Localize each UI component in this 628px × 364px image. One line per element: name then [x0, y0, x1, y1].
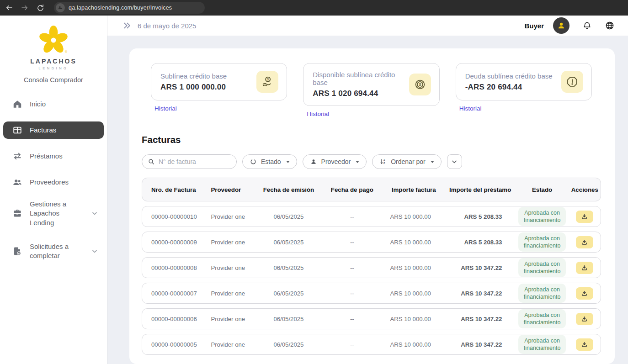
historial-link[interactable]: Historial: [154, 105, 177, 112]
sidebar-item-facturas[interactable]: Facturas: [3, 121, 104, 139]
download-button[interactable]: [576, 338, 593, 351]
col-header-prestamo: Importe del préstamo: [445, 186, 516, 193]
cell-provider: Provider one: [205, 341, 255, 348]
status-badge: Aprobada con financiamiento: [518, 207, 565, 227]
cell-status: Aprobada con financiamiento: [516, 232, 568, 252]
avatar[interactable]: [553, 17, 569, 34]
filter-proveedor-label: Proveedor: [321, 158, 351, 165]
table-row[interactable]: 00000-00000008 Provider one 06/05/2025 -…: [142, 257, 601, 278]
table-row[interactable]: 00000-00000005 Provider one 06/05/2025 -…: [142, 334, 601, 355]
reload-icon[interactable]: [36, 3, 45, 12]
forward-arrow-icon[interactable]: [20, 3, 29, 12]
col-header-emision: Fecha de emisión: [256, 186, 321, 193]
cell-loan-amount: ARS 10 347.22: [445, 290, 516, 297]
topbar: 6 de mayo de 2025 Buyer: [107, 16, 628, 36]
chevron-down-icon[interactable]: [91, 248, 98, 255]
search-input[interactable]: [159, 158, 231, 165]
globe-icon[interactable]: [604, 20, 615, 31]
invoice-search: [142, 154, 237, 169]
cell-issue-date: 06/05/2025: [256, 341, 321, 348]
back-arrow-icon[interactable]: [5, 3, 14, 12]
sidebar-item-prestamos[interactable]: Préstamos: [3, 148, 104, 165]
status-badge: Aprobada con financiamiento: [518, 284, 565, 303]
invoices-table: Nro. de Factura Proveedor Fecha de emisi…: [142, 178, 601, 355]
sidebar-item-proveedores[interactable]: Proveedores: [3, 174, 104, 191]
download-button[interactable]: [576, 262, 593, 274]
site-settings-icon[interactable]: [56, 3, 65, 12]
table-row[interactable]: 00000-00000007 Provider one 06/05/2025 -…: [142, 283, 601, 304]
download-button[interactable]: [576, 313, 593, 325]
sidebar-nav: Inicio Facturas Préstamos Proveedores: [0, 95, 107, 275]
download-button[interactable]: [576, 287, 593, 300]
cell-loan-amount: ARS 5 208.33: [445, 213, 516, 220]
current-date: 6 de mayo de 2025: [138, 22, 196, 30]
historial-link[interactable]: Historial: [307, 111, 329, 117]
card-label: Disponible sublínea crédito base: [313, 71, 409, 86]
cell-invoice-number: 00000-00000009: [142, 239, 205, 246]
status-badge: Aprobada con financiamiento: [518, 335, 565, 354]
cell-payment-date: --: [321, 316, 383, 322]
cell-invoice-amount: ARS 10 000.00: [383, 290, 445, 297]
filter-proveedor[interactable]: Proveedor: [303, 154, 367, 169]
url-text: qa.lapachoslending.com/buyer/Invoices: [69, 5, 172, 11]
sidebar-item-label: Solicitudes a completar: [30, 242, 84, 261]
cell-actions: [569, 313, 601, 325]
svg-text:®: ®: [65, 50, 68, 53]
summary-cards: Sublínea crédito base ARS 1 000 000.00 $…: [151, 63, 592, 118]
col-header-nro: Nro. de Factura: [142, 186, 205, 193]
download-icon: [581, 264, 588, 271]
table-header: Nro. de Factura Proveedor Fecha de emisi…: [142, 178, 601, 201]
sidebar-item-solicitudes[interactable]: Solicitudes a completar: [3, 239, 104, 263]
download-icon: [581, 316, 588, 322]
brand-name: LAPACHOS: [30, 58, 77, 65]
cell-provider: Provider one: [205, 316, 255, 322]
status-badge: Aprobada con financiamiento: [518, 232, 565, 252]
card-available-subline: Disponible sublínea crédito base ARS 1 0…: [303, 63, 439, 106]
sidebar-item-label: Gestiones a Lapachos Lending: [30, 200, 84, 227]
sidebar-item-gestiones[interactable]: Gestiones a Lapachos Lending: [3, 200, 104, 227]
cell-invoice-number: 00000-00000005: [142, 341, 205, 348]
filter-ordenar[interactable]: AZ Ordenar por: [372, 154, 441, 169]
card-credit-subline: Sublínea crédito base ARS 1 000 000.00 $: [151, 63, 287, 100]
cell-issue-date: 06/05/2025: [256, 316, 321, 322]
status-badge: Aprobada con financiamiento: [518, 309, 565, 329]
alert-octagon-icon: [561, 71, 583, 93]
cell-loan-amount: ARS 10 347.22: [445, 341, 516, 348]
download-button[interactable]: [576, 211, 593, 223]
sidebar-expand-icon[interactable]: [122, 21, 132, 30]
cell-actions: [569, 287, 601, 300]
filter-ordenar-label: Ordenar por: [391, 158, 425, 165]
table-row[interactable]: 00000-00000009 Provider one 06/05/2025 -…: [142, 232, 601, 253]
browser-bar: qa.lapachoslending.com/buyer/Invoices: [0, 0, 628, 16]
historial-link[interactable]: Historial: [459, 105, 482, 112]
card-debt-subline: Deuda sublínea crédito base -ARS 20 694.…: [456, 63, 592, 100]
download-icon: [581, 239, 588, 246]
cell-invoice-amount: ARS 10 000.00: [383, 316, 445, 322]
table-body: 00000-00000010 Provider one 06/05/2025 -…: [142, 206, 601, 355]
chevron-down-icon[interactable]: [91, 210, 98, 217]
cell-payment-date: --: [321, 341, 383, 348]
brand-subtitle: LENDING: [30, 66, 77, 70]
search-icon: [148, 158, 155, 165]
address-bar[interactable]: qa.lapachoslending.com/buyer/Invoices: [54, 2, 205, 14]
table-row[interactable]: 00000-00000006 Provider one 06/05/2025 -…: [142, 308, 601, 329]
cell-payment-date: --: [321, 290, 383, 297]
cell-invoice-number: 00000-00000006: [142, 316, 205, 322]
cell-issue-date: 06/05/2025: [256, 264, 321, 271]
bell-icon[interactable]: [581, 20, 592, 31]
filter-estado[interactable]: Estado: [242, 154, 297, 169]
cell-payment-date: --: [321, 213, 383, 220]
cell-actions: [569, 262, 601, 274]
cell-issue-date: 06/05/2025: [256, 213, 321, 220]
cell-invoice-number: 00000-00000010: [142, 213, 205, 220]
card-label: Deuda sublínea crédito base: [465, 72, 553, 80]
people-icon: [12, 177, 22, 187]
table-row[interactable]: 00000-00000010 Provider one 06/05/2025 -…: [142, 206, 601, 227]
cell-loan-amount: ARS 10 347.22: [445, 264, 516, 271]
cell-loan-amount: ARS 10 347.22: [445, 316, 516, 322]
download-button[interactable]: [576, 236, 593, 248]
sidebar-item-inicio[interactable]: Inicio: [3, 95, 104, 113]
caret-down-icon: [431, 161, 434, 163]
expand-filters-button[interactable]: [447, 154, 462, 169]
status-circle-icon: [250, 158, 257, 165]
